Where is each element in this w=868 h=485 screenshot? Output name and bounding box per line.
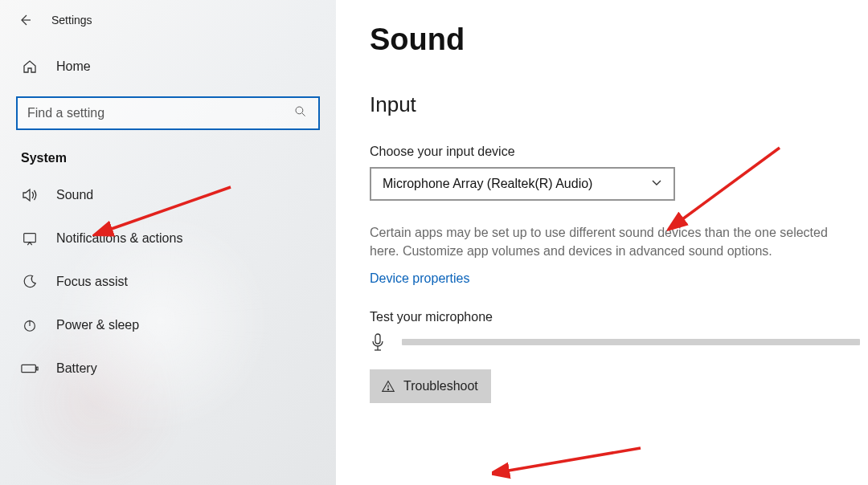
input-device-dropdown[interactable]: Microphone Array (Realtek(R) Audio) — [370, 167, 675, 201]
sidebar-item-label: Focus assist — [56, 275, 128, 289]
sidebar-item-battery[interactable]: Battery — [0, 347, 336, 390]
sidebar-home[interactable]: Home — [0, 47, 336, 87]
test-mic-label: Test your microphone — [370, 310, 868, 324]
sidebar-item-label: Notifications & actions — [56, 231, 182, 246]
mic-test-row — [370, 332, 868, 352]
svg-rect-4 — [36, 367, 38, 370]
power-icon — [21, 316, 39, 334]
sidebar-item-label: Battery — [56, 361, 97, 376]
sidebar-category: System — [0, 148, 336, 173]
svg-point-6 — [387, 389, 388, 390]
device-properties-link[interactable]: Device properties — [370, 271, 470, 286]
troubleshoot-label: Troubleshoot — [403, 379, 478, 393]
input-device-label: Choose your input device — [370, 145, 868, 159]
sidebar-item-notifications[interactable]: Notifications & actions — [0, 217, 336, 260]
troubleshoot-button[interactable]: Troubleshoot — [370, 369, 491, 403]
mic-level-bar — [402, 339, 860, 345]
sidebar-item-focus-assist[interactable]: Focus assist — [0, 260, 336, 304]
sidebar: Settings Home System Sound — [0, 0, 336, 485]
main-panel: Sound Input Choose your input device Mic… — [336, 0, 868, 485]
back-icon[interactable] — [18, 13, 32, 27]
svg-rect-3 — [22, 365, 35, 372]
sidebar-item-sound[interactable]: Sound — [0, 173, 336, 217]
warning-icon — [381, 379, 395, 393]
home-icon — [21, 58, 39, 75]
search-icon — [294, 105, 310, 121]
svg-rect-1 — [24, 234, 36, 243]
focus-assist-icon — [21, 273, 39, 291]
search-input[interactable] — [18, 106, 294, 120]
sound-icon — [21, 186, 39, 204]
sidebar-home-label: Home — [56, 59, 91, 74]
page-title: Sound — [370, 22, 868, 57]
notifications-icon — [21, 230, 39, 247]
input-device-value: Microphone Array (Realtek(R) Audio) — [383, 177, 592, 191]
microphone-icon — [370, 332, 389, 352]
sidebar-search[interactable] — [16, 96, 320, 130]
chevron-down-icon — [651, 177, 662, 191]
svg-rect-5 — [375, 334, 380, 344]
battery-icon — [21, 360, 39, 377]
app-title: Settings — [51, 14, 92, 26]
help-text: Certain apps may be set up to use differ… — [370, 223, 852, 260]
sidebar-item-power-sleep[interactable]: Power & sleep — [0, 304, 336, 347]
sidebar-item-label: Power & sleep — [56, 318, 139, 332]
svg-point-0 — [296, 107, 303, 114]
section-header-input: Input — [370, 92, 868, 117]
app-header: Settings — [0, 8, 336, 47]
sidebar-item-label: Sound — [56, 188, 93, 202]
